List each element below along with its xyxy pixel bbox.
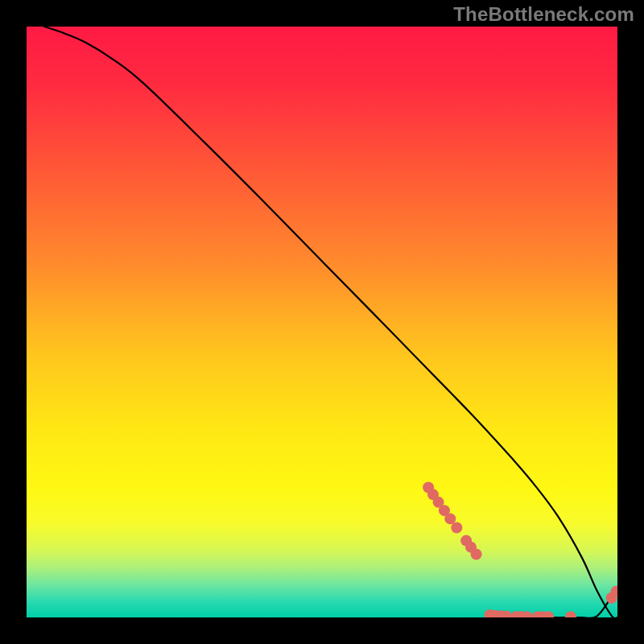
data-point — [522, 611, 533, 622]
data-point — [501, 611, 512, 622]
chart-svg — [0, 0, 644, 644]
gradient-background — [27, 27, 617, 617]
watermark-label: TheBottleneck.com — [453, 3, 634, 26]
data-point — [543, 611, 554, 622]
chart-stage: TheBottleneck.com — [0, 0, 644, 644]
data-point — [611, 586, 622, 597]
data-point — [565, 611, 576, 622]
data-point — [451, 522, 462, 533]
data-point — [471, 548, 482, 559]
